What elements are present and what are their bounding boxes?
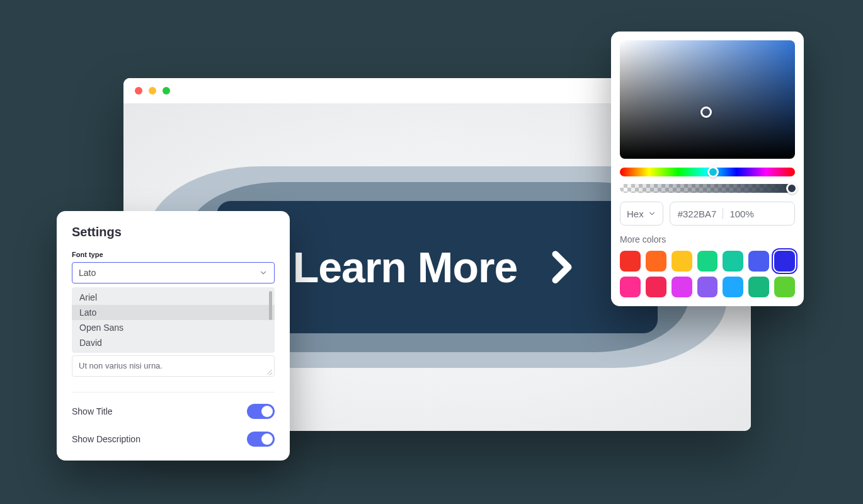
color-input-row: Hex #322BA7 100%: [620, 202, 795, 226]
font-option-open-sans[interactable]: Open Sans: [72, 320, 275, 335]
color-swatch[interactable]: [774, 251, 795, 272]
textarea-value: Ut non varius nisi urna.: [79, 361, 163, 370]
chevron-down-icon: [648, 209, 656, 218]
window-maximize-icon[interactable]: [163, 87, 170, 94]
color-swatch[interactable]: [748, 251, 769, 272]
font-option-lato[interactable]: Lato: [72, 305, 275, 320]
font-type-select[interactable]: Lato: [72, 262, 275, 284]
color-gradient-area[interactable]: [620, 40, 795, 159]
color-swatch[interactable]: [620, 251, 641, 272]
font-option-david[interactable]: David: [72, 335, 275, 350]
more-colors-label: More colors: [620, 234, 795, 244]
window-minimize-icon[interactable]: [149, 87, 156, 94]
divider: [72, 392, 275, 392]
color-swatch[interactable]: [748, 277, 769, 297]
color-swatch[interactable]: [697, 277, 718, 297]
color-swatch[interactable]: [723, 277, 743, 297]
chevron-down-icon: [259, 268, 268, 277]
learn-more-label: Learn More: [293, 243, 518, 292]
resize-handle-icon[interactable]: [265, 367, 273, 375]
show-title-toggle[interactable]: [247, 404, 275, 419]
color-format-select[interactable]: Hex: [620, 202, 663, 226]
color-swatch[interactable]: [646, 277, 666, 297]
font-dropdown: Ariel Lato Open Sans David: [72, 287, 275, 353]
color-format-label: Hex: [627, 209, 644, 219]
swatch-grid: [620, 251, 795, 297]
font-type-label: Font type: [72, 251, 275, 258]
show-title-row: Show Title: [72, 404, 275, 419]
font-type-value: Lato: [79, 268, 96, 278]
color-swatch[interactable]: [672, 251, 692, 272]
hex-value: #322BA7: [678, 209, 717, 219]
alpha-thumb[interactable]: [786, 183, 797, 194]
hex-input[interactable]: #322BA7 100%: [670, 202, 795, 226]
chevron-right-icon: [542, 248, 581, 287]
color-swatch[interactable]: [646, 251, 666, 272]
show-description-label: Show Description: [72, 434, 140, 444]
color-swatch[interactable]: [723, 251, 743, 272]
color-swatch[interactable]: [697, 251, 718, 272]
settings-panel: Settings Font type Lato Ariel Lato Open …: [57, 211, 290, 461]
dropdown-scrollbar[interactable]: [269, 291, 272, 320]
color-picker-panel: Hex #322BA7 100% More colors: [611, 32, 804, 306]
color-swatch[interactable]: [672, 277, 692, 297]
description-textarea[interactable]: Ut non varius nisi urna.: [72, 355, 275, 377]
alpha-value: 100%: [729, 209, 753, 219]
input-separator: [723, 208, 723, 219]
hue-thumb[interactable]: [707, 166, 719, 178]
show-title-label: Show Title: [72, 406, 113, 416]
settings-title: Settings: [72, 225, 275, 239]
show-description-row: Show Description: [72, 432, 275, 447]
font-option-ariel[interactable]: Ariel: [72, 290, 275, 305]
color-swatch[interactable]: [774, 277, 795, 297]
hue-slider[interactable]: [620, 168, 795, 176]
alpha-slider[interactable]: [620, 184, 795, 193]
gradient-cursor[interactable]: [700, 106, 712, 118]
window-close-icon[interactable]: [135, 87, 142, 94]
show-description-toggle[interactable]: [247, 432, 275, 447]
color-swatch[interactable]: [620, 277, 641, 297]
